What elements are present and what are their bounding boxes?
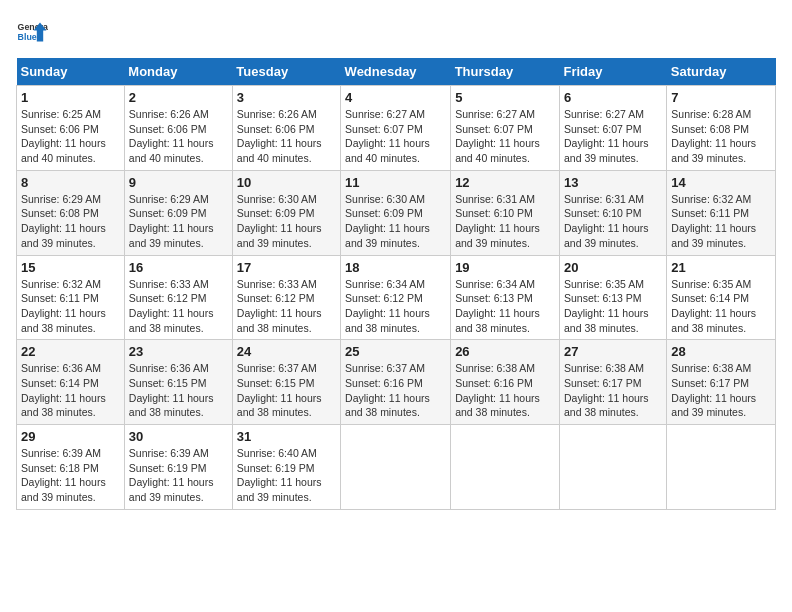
day-info: Sunrise: 6:29 AMSunset: 6:09 PMDaylight:… — [129, 192, 228, 251]
day-info: Sunrise: 6:37 AMSunset: 6:16 PMDaylight:… — [345, 361, 446, 420]
day-number: 21 — [671, 260, 771, 275]
day-info: Sunrise: 6:27 AMSunset: 6:07 PMDaylight:… — [455, 107, 555, 166]
calendar-cell: 23Sunrise: 6:36 AMSunset: 6:15 PMDayligh… — [124, 340, 232, 425]
calendar-cell: 25Sunrise: 6:37 AMSunset: 6:16 PMDayligh… — [341, 340, 451, 425]
calendar-cell: 6Sunrise: 6:27 AMSunset: 6:07 PMDaylight… — [559, 86, 666, 171]
calendar-cell: 14Sunrise: 6:32 AMSunset: 6:11 PMDayligh… — [667, 170, 776, 255]
calendar-cell: 19Sunrise: 6:34 AMSunset: 6:13 PMDayligh… — [451, 255, 560, 340]
day-info: Sunrise: 6:34 AMSunset: 6:13 PMDaylight:… — [455, 277, 555, 336]
calendar-cell: 29Sunrise: 6:39 AMSunset: 6:18 PMDayligh… — [17, 425, 125, 510]
day-info: Sunrise: 6:30 AMSunset: 6:09 PMDaylight:… — [345, 192, 446, 251]
calendar-cell: 22Sunrise: 6:36 AMSunset: 6:14 PMDayligh… — [17, 340, 125, 425]
calendar-cell: 31Sunrise: 6:40 AMSunset: 6:19 PMDayligh… — [232, 425, 340, 510]
calendar-week-row: 22Sunrise: 6:36 AMSunset: 6:14 PMDayligh… — [17, 340, 776, 425]
day-number: 13 — [564, 175, 662, 190]
day-number: 20 — [564, 260, 662, 275]
day-info: Sunrise: 6:38 AMSunset: 6:16 PMDaylight:… — [455, 361, 555, 420]
day-number: 9 — [129, 175, 228, 190]
day-info: Sunrise: 6:30 AMSunset: 6:09 PMDaylight:… — [237, 192, 336, 251]
day-info: Sunrise: 6:31 AMSunset: 6:10 PMDaylight:… — [455, 192, 555, 251]
day-number: 8 — [21, 175, 120, 190]
calendar-cell: 28Sunrise: 6:38 AMSunset: 6:17 PMDayligh… — [667, 340, 776, 425]
day-info: Sunrise: 6:26 AMSunset: 6:06 PMDaylight:… — [237, 107, 336, 166]
day-number: 31 — [237, 429, 336, 444]
day-info: Sunrise: 6:39 AMSunset: 6:19 PMDaylight:… — [129, 446, 228, 505]
day-of-week-header: Wednesday — [341, 58, 451, 86]
day-number: 3 — [237, 90, 336, 105]
calendar-cell: 21Sunrise: 6:35 AMSunset: 6:14 PMDayligh… — [667, 255, 776, 340]
calendar-cell: 2Sunrise: 6:26 AMSunset: 6:06 PMDaylight… — [124, 86, 232, 171]
day-of-week-header: Tuesday — [232, 58, 340, 86]
calendar-cell: 17Sunrise: 6:33 AMSunset: 6:12 PMDayligh… — [232, 255, 340, 340]
day-info: Sunrise: 6:29 AMSunset: 6:08 PMDaylight:… — [21, 192, 120, 251]
day-of-week-header: Sunday — [17, 58, 125, 86]
calendar-cell: 8Sunrise: 6:29 AMSunset: 6:08 PMDaylight… — [17, 170, 125, 255]
day-number: 1 — [21, 90, 120, 105]
day-number: 7 — [671, 90, 771, 105]
day-info: Sunrise: 6:26 AMSunset: 6:06 PMDaylight:… — [129, 107, 228, 166]
logo-icon: General Blue — [16, 16, 48, 48]
calendar-cell — [667, 425, 776, 510]
logo: General Blue — [16, 16, 48, 48]
calendar-cell — [559, 425, 666, 510]
day-number: 30 — [129, 429, 228, 444]
calendar-cell: 15Sunrise: 6:32 AMSunset: 6:11 PMDayligh… — [17, 255, 125, 340]
day-info: Sunrise: 6:35 AMSunset: 6:13 PMDaylight:… — [564, 277, 662, 336]
day-info: Sunrise: 6:36 AMSunset: 6:15 PMDaylight:… — [129, 361, 228, 420]
calendar-cell: 30Sunrise: 6:39 AMSunset: 6:19 PMDayligh… — [124, 425, 232, 510]
day-info: Sunrise: 6:33 AMSunset: 6:12 PMDaylight:… — [237, 277, 336, 336]
day-info: Sunrise: 6:34 AMSunset: 6:12 PMDaylight:… — [345, 277, 446, 336]
calendar-table: SundayMondayTuesdayWednesdayThursdayFrid… — [16, 58, 776, 510]
calendar-week-row: 15Sunrise: 6:32 AMSunset: 6:11 PMDayligh… — [17, 255, 776, 340]
day-number: 26 — [455, 344, 555, 359]
day-number: 16 — [129, 260, 228, 275]
day-number: 27 — [564, 344, 662, 359]
calendar-cell: 9Sunrise: 6:29 AMSunset: 6:09 PMDaylight… — [124, 170, 232, 255]
day-number: 18 — [345, 260, 446, 275]
day-number: 19 — [455, 260, 555, 275]
header: General Blue — [16, 16, 776, 48]
day-info: Sunrise: 6:25 AMSunset: 6:06 PMDaylight:… — [21, 107, 120, 166]
day-number: 22 — [21, 344, 120, 359]
day-number: 6 — [564, 90, 662, 105]
day-info: Sunrise: 6:31 AMSunset: 6:10 PMDaylight:… — [564, 192, 662, 251]
day-info: Sunrise: 6:32 AMSunset: 6:11 PMDaylight:… — [671, 192, 771, 251]
day-number: 23 — [129, 344, 228, 359]
day-number: 12 — [455, 175, 555, 190]
calendar-cell: 20Sunrise: 6:35 AMSunset: 6:13 PMDayligh… — [559, 255, 666, 340]
calendar-header-row: SundayMondayTuesdayWednesdayThursdayFrid… — [17, 58, 776, 86]
day-of-week-header: Thursday — [451, 58, 560, 86]
calendar-cell: 11Sunrise: 6:30 AMSunset: 6:09 PMDayligh… — [341, 170, 451, 255]
day-info: Sunrise: 6:36 AMSunset: 6:14 PMDaylight:… — [21, 361, 120, 420]
day-info: Sunrise: 6:38 AMSunset: 6:17 PMDaylight:… — [671, 361, 771, 420]
day-number: 17 — [237, 260, 336, 275]
day-of-week-header: Monday — [124, 58, 232, 86]
day-info: Sunrise: 6:39 AMSunset: 6:18 PMDaylight:… — [21, 446, 120, 505]
day-info: Sunrise: 6:37 AMSunset: 6:15 PMDaylight:… — [237, 361, 336, 420]
day-info: Sunrise: 6:27 AMSunset: 6:07 PMDaylight:… — [564, 107, 662, 166]
day-info: Sunrise: 6:33 AMSunset: 6:12 PMDaylight:… — [129, 277, 228, 336]
day-info: Sunrise: 6:32 AMSunset: 6:11 PMDaylight:… — [21, 277, 120, 336]
day-number: 28 — [671, 344, 771, 359]
calendar-cell: 16Sunrise: 6:33 AMSunset: 6:12 PMDayligh… — [124, 255, 232, 340]
day-of-week-header: Friday — [559, 58, 666, 86]
day-number: 11 — [345, 175, 446, 190]
day-number: 24 — [237, 344, 336, 359]
day-info: Sunrise: 6:35 AMSunset: 6:14 PMDaylight:… — [671, 277, 771, 336]
calendar-cell: 7Sunrise: 6:28 AMSunset: 6:08 PMDaylight… — [667, 86, 776, 171]
calendar-cell: 4Sunrise: 6:27 AMSunset: 6:07 PMDaylight… — [341, 86, 451, 171]
calendar-cell: 12Sunrise: 6:31 AMSunset: 6:10 PMDayligh… — [451, 170, 560, 255]
day-number: 4 — [345, 90, 446, 105]
calendar-cell — [451, 425, 560, 510]
calendar-week-row: 29Sunrise: 6:39 AMSunset: 6:18 PMDayligh… — [17, 425, 776, 510]
day-number: 29 — [21, 429, 120, 444]
calendar-cell: 26Sunrise: 6:38 AMSunset: 6:16 PMDayligh… — [451, 340, 560, 425]
calendar-cell — [341, 425, 451, 510]
calendar-cell: 24Sunrise: 6:37 AMSunset: 6:15 PMDayligh… — [232, 340, 340, 425]
day-of-week-header: Saturday — [667, 58, 776, 86]
svg-text:Blue: Blue — [18, 32, 37, 42]
day-number: 10 — [237, 175, 336, 190]
day-info: Sunrise: 6:40 AMSunset: 6:19 PMDaylight:… — [237, 446, 336, 505]
day-info: Sunrise: 6:38 AMSunset: 6:17 PMDaylight:… — [564, 361, 662, 420]
day-info: Sunrise: 6:28 AMSunset: 6:08 PMDaylight:… — [671, 107, 771, 166]
